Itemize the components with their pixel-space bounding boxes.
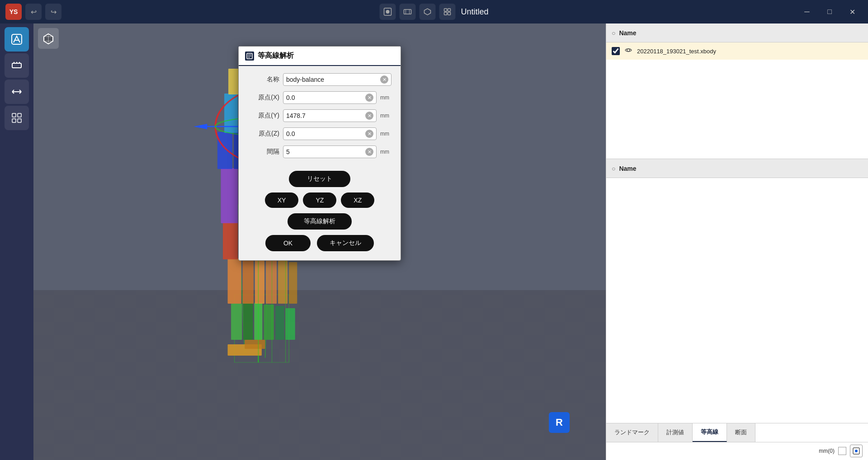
svg-rect-55 [221, 168, 238, 223]
panel-header-icon: ○ [612, 29, 615, 37]
svg-point-97 [627, 49, 630, 52]
bottom-panel-title: Name [619, 165, 636, 172]
ok-cancel-row: OK キャンセル [265, 235, 374, 251]
cancel-button[interactable]: キャンセル [317, 235, 374, 251]
sidebar-btn-measure[interactable] [5, 53, 29, 78]
svg-rect-36 [245, 340, 265, 349]
origin-y-unit: mm [380, 113, 393, 119]
tab-section[interactable]: 断面 [727, 423, 755, 442]
file-checkbox[interactable] [612, 47, 620, 55]
tab-landmark[interactable]: ランドマーク [606, 423, 658, 442]
panel-empty-area [606, 178, 868, 423]
title-bar-center: Untitled [379, 4, 488, 20]
close-button[interactable]: ✕ [842, 4, 863, 20]
svg-rect-20 [12, 113, 16, 117]
contour-analyze-button[interactable]: 等高線解析 [288, 213, 352, 230]
svg-rect-48 [289, 262, 297, 304]
origin-y-input-wrap: ✕ [283, 109, 377, 122]
top-panel-header: ○ Name [606, 23, 868, 42]
bottom-tabs: ランドマーク 計測値 等高線 断面 [606, 423, 868, 442]
origin-y-clear-btn[interactable]: ✕ [365, 112, 373, 120]
interval-clear-btn[interactable]: ✕ [365, 148, 373, 156]
right-panel: ○ Name 20220118_193021_test.xbody ○ Name [606, 23, 868, 460]
mm-label: mm(0) [819, 448, 835, 454]
origin-z-label: 原点(Z) [248, 130, 279, 138]
svg-rect-49 [223, 222, 238, 259]
origin-x-field: 原点(X) ✕ mm [248, 91, 392, 104]
origin-x-clear-btn[interactable]: ✕ [365, 94, 373, 102]
name-clear-btn[interactable]: ✕ [380, 75, 388, 84]
origin-x-input[interactable] [286, 94, 365, 101]
origin-y-label: 原点(Y) [248, 112, 279, 120]
contour-dialog: 等高線解析 名称 ✕ 原点(X) [238, 46, 401, 261]
origin-z-unit: mm [380, 131, 393, 137]
status-checkbox[interactable] [838, 447, 846, 455]
file-name: 20220118_193021_test.xbody [637, 48, 716, 55]
file-list-item[interactable]: 20220118_193021_test.xbody [606, 42, 868, 60]
svg-rect-38 [243, 301, 253, 340]
viewport-reset-icon[interactable] [38, 28, 59, 49]
tool-btn-4[interactable] [439, 4, 455, 20]
xz-button[interactable]: XZ [341, 192, 374, 208]
origin-x-input-wrap: ✕ [283, 91, 377, 104]
svg-rect-44 [243, 256, 254, 304]
reset-button[interactable]: リセット [289, 171, 350, 187]
interval-input[interactable] [286, 148, 365, 155]
tab-contour[interactable]: 等高線 [693, 423, 727, 442]
svg-rect-41 [275, 306, 284, 340]
left-sidebar [0, 23, 33, 460]
right-panel-top: ○ Name 20220118_193021_test.xbody [606, 23, 868, 159]
eye-icon[interactable] [624, 46, 632, 56]
tool-btn-1[interactable] [379, 4, 396, 20]
svg-rect-21 [18, 113, 21, 117]
yz-button[interactable]: YZ [303, 192, 336, 208]
plane-buttons: XY YZ XZ [265, 192, 374, 208]
svg-rect-11 [12, 63, 21, 68]
svg-rect-61 [217, 132, 232, 169]
origin-y-field: 原点(Y) ✕ mm [248, 109, 392, 122]
main-layout: 等高線解析 名称 ✕ 原点(X) [0, 23, 868, 460]
svg-rect-43 [228, 258, 241, 304]
sidebar-btn-view[interactable] [5, 27, 29, 52]
r-badge[interactable]: R [549, 412, 570, 433]
title-bar-left: YS ↩ ↪ [5, 4, 61, 20]
top-panel-title: Name [619, 29, 636, 37]
name-input-wrap: ✕ [283, 73, 392, 86]
tab-measure[interactable]: 計測値 [658, 423, 693, 442]
ok-button[interactable]: OK [265, 235, 311, 251]
svg-rect-46 [266, 259, 277, 304]
svg-rect-47 [278, 261, 288, 304]
xy-button[interactable]: XY [265, 192, 299, 208]
svg-rect-42 [286, 308, 295, 340]
svg-rect-8 [448, 12, 450, 15]
undo-button[interactable]: ↩ [25, 4, 42, 20]
status-icon-btn[interactable] [850, 445, 863, 457]
tool-btn-2[interactable] [399, 4, 415, 20]
redo-button[interactable]: ↪ [45, 4, 61, 20]
origin-z-input[interactable] [286, 130, 365, 137]
sidebar-btn-grid[interactable] [5, 106, 29, 130]
bottom-panel-header: ○ Name [606, 159, 868, 178]
dialog-title-icon [245, 52, 254, 61]
origin-x-label: 原点(X) [248, 94, 279, 102]
bottom-section: ランドマーク 計測値 等高線 断面 mm(0) [606, 423, 868, 460]
name-field: 名称 ✕ [248, 73, 392, 86]
bottom-panel-icon: ○ [612, 165, 615, 172]
maximize-button[interactable]: □ [819, 4, 840, 20]
sidebar-btn-transform[interactable] [5, 80, 29, 104]
origin-z-input-wrap: ✕ [283, 127, 377, 140]
minimize-button[interactable]: ─ [797, 4, 817, 20]
name-input[interactable] [286, 76, 380, 83]
dialog-title-bar: 等高線解析 [239, 47, 401, 66]
origin-z-clear-btn[interactable]: ✕ [365, 130, 373, 138]
svg-point-99 [855, 450, 858, 452]
right-panel-bottom: ○ Name [606, 159, 868, 423]
origin-y-input[interactable] [286, 112, 365, 119]
tool-btn-3[interactable] [419, 4, 435, 20]
bottom-status-bar: mm(0) [606, 442, 868, 460]
title-bar-right: ─ □ ✕ [797, 4, 863, 20]
svg-rect-23 [18, 119, 21, 122]
viewport-area[interactable]: 等高線解析 名称 ✕ 原点(X) [33, 23, 606, 460]
svg-rect-37 [231, 304, 242, 340]
origin-x-unit: mm [380, 94, 393, 101]
